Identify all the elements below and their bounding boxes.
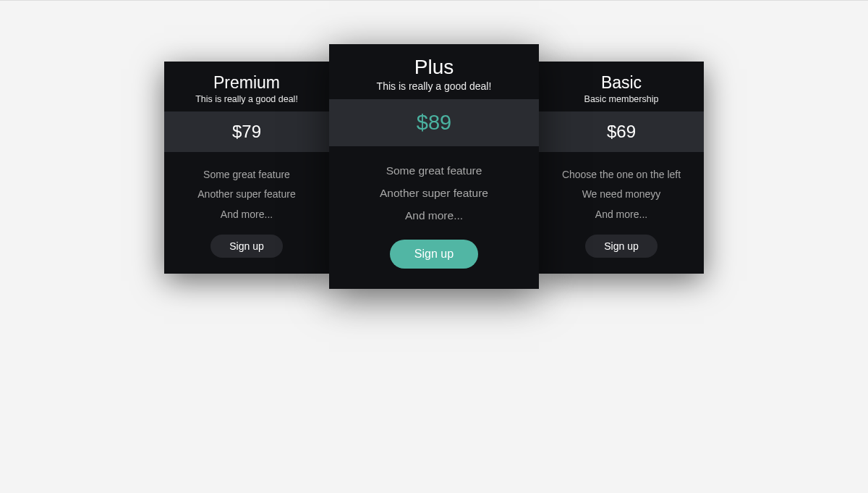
plan-subtitle: This is really a good deal!: [171, 94, 322, 104]
plan-footer: Sign up: [329, 231, 539, 289]
plan-feature: Another super feature: [336, 182, 532, 204]
plan-basic: Basic Basic membership $69 Choose the on…: [539, 62, 704, 274]
plan-subtitle: This is really a good deal!: [336, 80, 532, 92]
plan-feature: And more...: [546, 205, 697, 224]
plan-features: Some great feature Another super feature…: [164, 152, 329, 229]
plan-feature: Choose the one on the left: [546, 165, 697, 185]
signup-button[interactable]: Sign up: [210, 235, 282, 258]
signup-button[interactable]: Sign up: [585, 235, 657, 258]
plan-feature: And more...: [336, 204, 532, 227]
plan-header: Basic Basic membership: [539, 62, 704, 111]
plan-features: Some great feature Another super feature…: [329, 146, 539, 231]
plan-title: Plus: [336, 56, 532, 79]
plan-footer: Sign up: [539, 229, 704, 274]
plan-feature: And more...: [171, 205, 322, 224]
plan-subtitle: Basic membership: [546, 94, 697, 104]
plan-premium: Premium This is really a good deal! $79 …: [164, 62, 329, 274]
pricing-table: Premium This is really a good deal! $79 …: [0, 1, 868, 289]
plan-title: Basic: [546, 73, 697, 93]
plan-price: $69: [539, 111, 704, 152]
signup-button[interactable]: Sign up: [390, 240, 478, 269]
plan-feature: Some great feature: [336, 159, 532, 182]
plan-header: Plus This is really a good deal!: [329, 44, 539, 99]
plan-title: Premium: [171, 73, 322, 93]
plan-feature: We need moneyy: [546, 185, 697, 204]
plan-features: Choose the one on the left We need money…: [539, 152, 704, 229]
plan-plus: Plus This is really a good deal! $89 Som…: [329, 44, 539, 289]
plan-price: $89: [329, 99, 539, 146]
plan-header: Premium This is really a good deal!: [164, 62, 329, 111]
plan-feature: Another super feature: [171, 185, 322, 204]
plan-feature: Some great feature: [171, 165, 322, 185]
plan-price: $79: [164, 111, 329, 152]
plan-footer: Sign up: [164, 229, 329, 274]
